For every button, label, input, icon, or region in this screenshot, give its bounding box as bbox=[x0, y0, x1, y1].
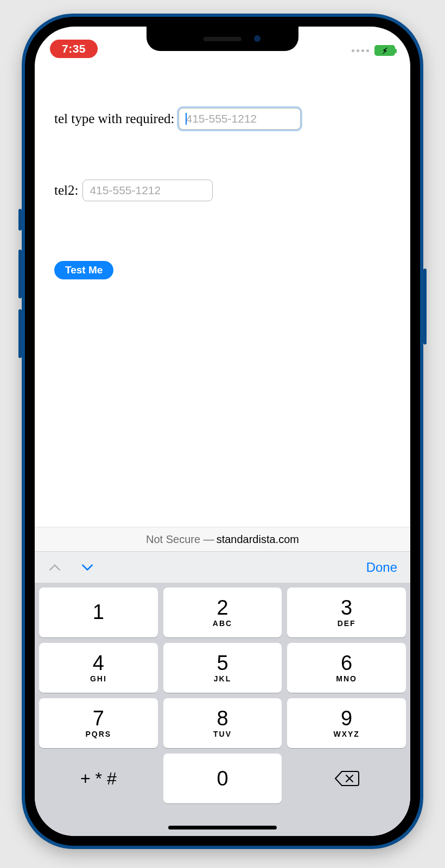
web-content: tel type with required: tel2: Test Me bbox=[35, 59, 410, 527]
keypad-letters: DEF bbox=[338, 619, 356, 628]
status-right: ⚡︎ bbox=[352, 45, 395, 58]
front-camera-icon bbox=[254, 35, 260, 42]
keypad-key-6[interactable]: 6 MNO bbox=[287, 643, 406, 693]
numeric-keypad: 1 2 ABC 3 DEF 4 GHI 5 JKL bbox=[35, 583, 410, 836]
keypad-letters: MNO bbox=[336, 674, 357, 683]
keypad-key-8[interactable]: 8 TUV bbox=[163, 698, 282, 748]
speaker-icon bbox=[204, 37, 241, 41]
form-nav-arrows bbox=[48, 560, 94, 575]
tel2-row: tel2: bbox=[54, 180, 391, 201]
keypad-symbols-label: + * # bbox=[80, 769, 117, 789]
chevron-down-icon bbox=[80, 560, 94, 575]
tel1-row: tel type with required: bbox=[54, 108, 391, 130]
battery-charging-icon: ⚡︎ bbox=[374, 45, 395, 56]
keypad-digit: 2 bbox=[217, 597, 228, 618]
keypad-digit: 0 bbox=[217, 768, 228, 789]
keyboard-accessory-bar: Done bbox=[35, 552, 410, 583]
url-bar[interactable]: Not Secure — standardista.com bbox=[35, 527, 410, 552]
keypad-letters: PQRS bbox=[85, 730, 111, 738]
keypad-letters: GHI bbox=[90, 674, 107, 683]
keypad-digit: 1 bbox=[93, 602, 104, 622]
keypad-key-4[interactable]: 4 GHI bbox=[39, 643, 158, 693]
url-domain: standardista.com bbox=[217, 533, 299, 546]
keypad-symbols-key[interactable]: + * # bbox=[39, 754, 158, 803]
signal-dots-icon bbox=[352, 49, 369, 52]
keypad-key-7[interactable]: 7 PQRS bbox=[39, 698, 158, 748]
next-field-button[interactable] bbox=[80, 560, 94, 575]
keypad-key-2[interactable]: 2 ABC bbox=[163, 588, 282, 637]
backspace-icon bbox=[334, 770, 359, 787]
tel2-label: tel2: bbox=[54, 183, 78, 198]
home-indicator[interactable] bbox=[168, 826, 277, 829]
prev-field-button bbox=[48, 560, 62, 575]
keypad-key-3[interactable]: 3 DEF bbox=[287, 588, 406, 637]
keypad-backspace-key[interactable] bbox=[287, 754, 406, 803]
keypad-digit: 4 bbox=[93, 653, 104, 673]
recording-time-pill[interactable]: 7:35 bbox=[50, 40, 98, 58]
keypad-digit: 3 bbox=[341, 597, 352, 618]
tel2-input[interactable] bbox=[82, 180, 213, 201]
keypad-digit: 6 bbox=[341, 653, 352, 673]
phone-frame: 7:35 ⚡︎ tel type with required: bbox=[22, 14, 423, 849]
keypad-key-0[interactable]: 0 bbox=[163, 754, 282, 803]
keypad-digit: 7 bbox=[93, 708, 104, 729]
tel1-label: tel type with required: bbox=[54, 111, 174, 126]
phone-bezel: 7:35 ⚡︎ tel type with required: bbox=[25, 17, 420, 846]
security-status: Not Secure — bbox=[146, 533, 214, 546]
volume-down-button bbox=[18, 309, 22, 358]
volume-up-button bbox=[18, 250, 22, 298]
keypad-letters: ABC bbox=[213, 619, 232, 628]
tel1-input[interactable] bbox=[179, 108, 301, 130]
silent-switch bbox=[18, 209, 22, 231]
keypad-letters: WXYZ bbox=[333, 730, 359, 738]
keypad-letters: JKL bbox=[214, 674, 231, 683]
keyboard-done-button[interactable]: Done bbox=[366, 560, 397, 575]
power-button bbox=[423, 269, 427, 344]
keypad-digit: 9 bbox=[341, 708, 352, 729]
bolt-icon: ⚡︎ bbox=[382, 47, 388, 55]
keypad-digit: 5 bbox=[217, 653, 228, 673]
screen: 7:35 ⚡︎ tel type with required: bbox=[35, 27, 410, 836]
keypad-letters: TUV bbox=[213, 730, 232, 738]
keypad-key-9[interactable]: 9 WXYZ bbox=[287, 698, 406, 748]
test-me-button[interactable]: Test Me bbox=[54, 261, 113, 279]
notch bbox=[147, 27, 298, 51]
status-time: 7:35 bbox=[62, 42, 86, 55]
keypad-key-1[interactable]: 1 bbox=[39, 588, 158, 637]
keypad-key-5[interactable]: 5 JKL bbox=[163, 643, 282, 693]
chevron-up-icon bbox=[48, 560, 62, 575]
tel1-wrapper bbox=[179, 108, 301, 130]
keypad-digit: 8 bbox=[217, 708, 228, 729]
